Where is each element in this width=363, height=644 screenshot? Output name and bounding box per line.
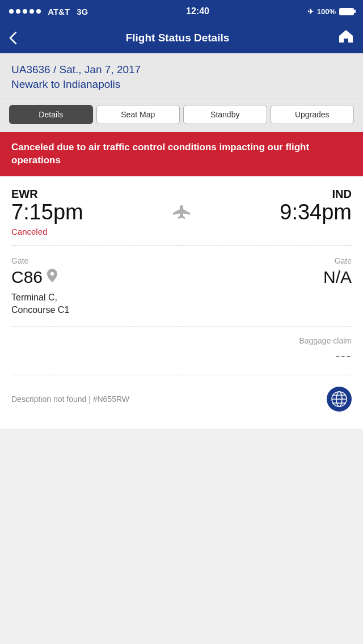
status-carrier: AT&T 3G bbox=[9, 7, 88, 16]
main-content: EWR 7:15pm Canceled IND 9:34pm Gate C86 bbox=[0, 176, 363, 429]
nav-bar: Flight Status Details bbox=[0, 23, 363, 53]
home-button[interactable] bbox=[338, 29, 354, 47]
status-bar: AT&T 3G 12:40 ✈ 100% bbox=[0, 0, 363, 23]
baggage-claim: Baggage claim --- bbox=[299, 336, 352, 363]
tab-seatmap[interactable]: Seat Map bbox=[96, 105, 180, 124]
arrival-gate-value: N/A bbox=[323, 268, 352, 287]
departure-gate-value: C86 bbox=[11, 268, 69, 287]
baggage-label: Baggage claim bbox=[299, 336, 352, 345]
baggage-value: --- bbox=[299, 349, 352, 363]
alert-message: Canceled due to air traffic control cond… bbox=[11, 142, 309, 166]
baggage-section: Baggage claim --- bbox=[0, 327, 363, 375]
flight-route: Newark to Indianapolis bbox=[11, 78, 352, 91]
arrival-time: 9:34pm bbox=[280, 201, 352, 224]
arrival-gate-label: Gate bbox=[323, 256, 352, 265]
description-text: Description not found | #N655RW bbox=[11, 395, 129, 404]
battery-percentage: 100% bbox=[317, 7, 336, 16]
back-button[interactable] bbox=[9, 31, 17, 45]
tab-standby[interactable]: Standby bbox=[183, 105, 267, 124]
departure-airport-code: EWR bbox=[11, 188, 83, 201]
tab-details[interactable]: Details bbox=[9, 105, 93, 124]
network-type: 3G bbox=[77, 7, 88, 16]
flight-times: EWR 7:15pm Canceled IND 9:34pm bbox=[0, 176, 363, 245]
footer: Description not found | #N655RW bbox=[0, 375, 363, 429]
arrival-airport-code: IND bbox=[280, 188, 352, 201]
gate-section: Gate C86 Terminal C,Concourse C1 Gate N/… bbox=[0, 246, 363, 327]
terminal-info: Terminal C,Concourse C1 bbox=[11, 291, 69, 317]
status-time: 12:40 bbox=[186, 6, 209, 16]
flight-number: UA3636 / Sat., Jan 7, 2017 bbox=[11, 63, 352, 76]
departure-gate-label: Gate bbox=[11, 256, 69, 265]
alert-banner: Canceled due to air traffic control cond… bbox=[0, 132, 363, 176]
status-battery: ✈ 100% bbox=[307, 7, 354, 16]
departure-time: 7:15pm bbox=[11, 201, 83, 224]
departure-status: Canceled bbox=[11, 227, 83, 236]
departure-info: EWR 7:15pm Canceled bbox=[11, 188, 83, 236]
tab-bar: Details Seat Map Standby Upgrades bbox=[0, 99, 363, 132]
ua-logo bbox=[327, 387, 352, 412]
carrier-name: AT&T bbox=[48, 7, 70, 16]
flight-header: UA3636 / Sat., Jan 7, 2017 Newark to Ind… bbox=[0, 53, 363, 99]
battery-icon bbox=[339, 8, 354, 15]
location-pin-icon bbox=[47, 269, 57, 285]
plane-icon bbox=[171, 205, 192, 225]
arrival-gate: Gate N/A bbox=[323, 256, 352, 287]
page-title: Flight Status Details bbox=[17, 32, 338, 44]
arrival-info: IND 9:34pm bbox=[280, 188, 352, 224]
tab-upgrades[interactable]: Upgrades bbox=[271, 105, 354, 124]
departure-gate: Gate C86 Terminal C,Concourse C1 bbox=[11, 256, 69, 317]
